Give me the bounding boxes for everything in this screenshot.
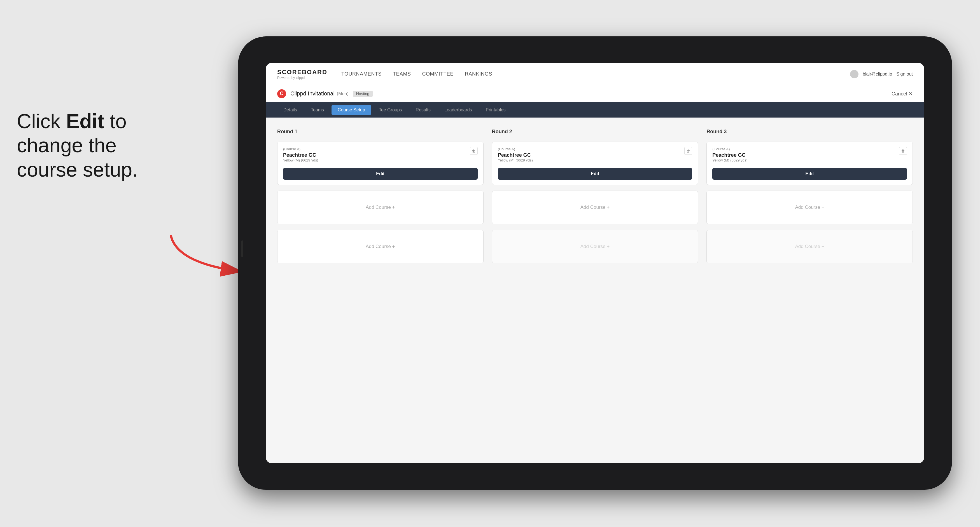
- round-3-course-1-info: (Course A) Peachtree GC Yellow (M) (6629…: [712, 147, 747, 162]
- round-1-course-1-details: Yellow (M) (6629 yds): [283, 158, 318, 162]
- round-1-course-1-card: (Course A) Peachtree GC Yellow (M) (6629…: [277, 141, 484, 185]
- cancel-button[interactable]: Cancel ✕: [891, 90, 913, 97]
- round-1-course-1-name: Peachtree GC: [283, 152, 318, 158]
- tab-course-setup[interactable]: Course Setup: [331, 105, 371, 115]
- round-1-label: Round 1: [277, 129, 484, 135]
- nav-committee[interactable]: COMMITTEE: [422, 71, 454, 77]
- tab-tee-groups[interactable]: Tee Groups: [373, 105, 408, 115]
- round-3-course-1-delete-button[interactable]: 🗑: [899, 147, 907, 155]
- round-1-course-1-delete-button[interactable]: 🗑: [470, 147, 478, 155]
- round-2-course-1-delete-button[interactable]: 🗑: [684, 147, 692, 155]
- top-nav: SCOREBOARD Powered by clippd TOURNAMENTS…: [266, 63, 924, 85]
- round-1-course-1-header: (Course A) Peachtree GC Yellow (M) (6629…: [277, 142, 483, 164]
- round-3-course-1-name: Peachtree GC: [712, 152, 747, 158]
- tab-details[interactable]: Details: [277, 105, 303, 115]
- nav-right: blair@clippd.io Sign out: [850, 70, 913, 78]
- round-3-course-1-edit-button[interactable]: Edit: [712, 168, 907, 180]
- round-2-course-1-details: Yellow (M) (6629 yds): [498, 158, 533, 162]
- tablet-screen: SCOREBOARD Powered by clippd TOURNAMENTS…: [266, 63, 924, 463]
- instruction-bold: Edit: [66, 110, 104, 132]
- round-1-column: Round 1 (Course A) Peachtree GC Yellow (…: [277, 129, 484, 264]
- round-2-course-1-tag: (Course A): [498, 147, 533, 151]
- round-2-course-1-edit-button[interactable]: Edit: [498, 168, 692, 180]
- round-3-course-1-card: (Course A) Peachtree GC Yellow (M) (6629…: [706, 141, 913, 185]
- round-3-course-1-header: (Course A) Peachtree GC Yellow (M) (6629…: [707, 142, 913, 164]
- hosting-badge: Hosting: [353, 90, 373, 97]
- round-1-course-1-info: (Course A) Peachtree GC Yellow (M) (6629…: [283, 147, 318, 162]
- sign-out-link[interactable]: Sign out: [896, 71, 913, 77]
- tournament-logo: C: [277, 89, 286, 98]
- round-2-add-course-1[interactable]: Add Course +: [492, 190, 698, 224]
- round-2-column: Round 2 (Course A) Peachtree GC Yellow (…: [492, 129, 698, 264]
- nav-tournaments[interactable]: TOURNAMENTS: [341, 71, 382, 77]
- rounds-container: Round 1 (Course A) Peachtree GC Yellow (…: [277, 129, 913, 264]
- round-1-add-course-2[interactable]: Add Course +: [277, 230, 484, 264]
- tournament-gender: (Men): [337, 91, 348, 96]
- nav-rankings[interactable]: RANKINGS: [465, 71, 492, 77]
- tournament-bar: C Clippd Invitational (Men) Hosting Canc…: [266, 85, 924, 102]
- round-2-course-1-info: (Course A) Peachtree GC Yellow (M) (6629…: [498, 147, 533, 162]
- nav-links: TOURNAMENTS TEAMS COMMITTEE RANKINGS: [341, 71, 850, 77]
- instruction-prefix: Click: [17, 110, 66, 132]
- tab-results[interactable]: Results: [410, 105, 437, 115]
- round-3-add-course-1[interactable]: Add Course +: [706, 190, 913, 224]
- tablet-frame: SCOREBOARD Powered by clippd TOURNAMENTS…: [238, 37, 952, 490]
- tab-printables[interactable]: Printables: [480, 105, 512, 115]
- logo-title: SCOREBOARD: [277, 68, 327, 76]
- round-2-course-1-header: (Course A) Peachtree GC Yellow (M) (6629…: [492, 142, 698, 164]
- round-2-course-1-card: (Course A) Peachtree GC Yellow (M) (6629…: [492, 141, 698, 185]
- instruction-text: Click Edit tochange thecourse setup.: [0, 98, 182, 193]
- round-3-label: Round 3: [706, 129, 913, 135]
- round-1-course-1-tag: (Course A): [283, 147, 318, 151]
- round-2-add-course-2: Add Course +: [492, 230, 698, 264]
- round-1-add-course-1[interactable]: Add Course +: [277, 190, 484, 224]
- nav-teams[interactable]: TEAMS: [393, 71, 411, 77]
- user-email: blair@clippd.io: [863, 71, 892, 77]
- tournament-name: Clippd Invitational: [290, 90, 335, 97]
- round-3-column: Round 3 (Course A) Peachtree GC Yellow (…: [706, 129, 913, 264]
- round-3-course-1-details: Yellow (M) (6629 yds): [712, 158, 747, 162]
- user-avatar: [850, 70, 859, 78]
- round-1-course-1-edit-button[interactable]: Edit: [283, 168, 478, 180]
- logo-subtitle: Powered by clippd: [277, 76, 327, 80]
- tab-teams[interactable]: Teams: [305, 105, 330, 115]
- round-3-course-1-tag: (Course A): [712, 147, 747, 151]
- content-area: Round 1 (Course A) Peachtree GC Yellow (…: [266, 117, 924, 463]
- tab-leaderboards[interactable]: Leaderboards: [438, 105, 478, 115]
- logo-area: SCOREBOARD Powered by clippd: [277, 68, 327, 80]
- tab-bar: Details Teams Course Setup Tee Groups Re…: [266, 102, 924, 117]
- round-2-label: Round 2: [492, 129, 698, 135]
- round-3-add-course-2: Add Course +: [706, 230, 913, 264]
- round-2-course-1-name: Peachtree GC: [498, 152, 533, 158]
